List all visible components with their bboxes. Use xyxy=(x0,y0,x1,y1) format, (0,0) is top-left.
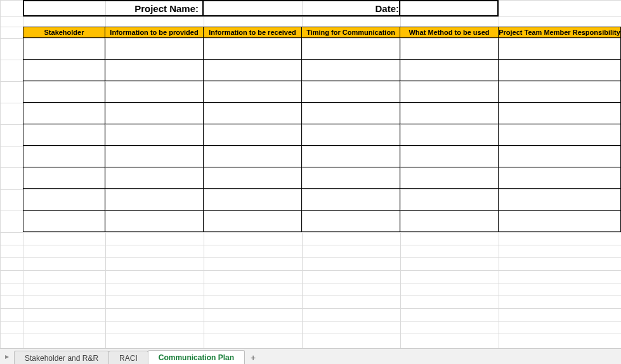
table-cell[interactable] xyxy=(499,189,621,211)
table-cell[interactable] xyxy=(105,167,204,189)
table-body xyxy=(0,38,621,232)
table-cell[interactable] xyxy=(204,38,302,60)
left-gap xyxy=(0,189,23,211)
table-cell[interactable] xyxy=(204,103,302,124)
table-cell[interactable] xyxy=(23,38,105,60)
table-cell[interactable] xyxy=(302,146,400,167)
table-cell[interactable] xyxy=(204,124,302,146)
worksheet-area[interactable]: Project Name: Date: Stakeholder Informat… xyxy=(0,0,621,364)
table-cell[interactable] xyxy=(204,146,302,167)
table-row xyxy=(0,146,621,167)
table-row xyxy=(0,60,621,81)
left-gap xyxy=(0,146,23,167)
table-cell[interactable] xyxy=(105,211,204,232)
table-row xyxy=(0,81,621,103)
col-header-stakeholder[interactable]: Stakeholder xyxy=(23,27,105,38)
project-name-label-cell[interactable]: Project Name: xyxy=(23,0,204,16)
table-cell[interactable] xyxy=(204,60,302,81)
table-cell[interactable] xyxy=(105,81,204,103)
add-sheet-button[interactable]: + xyxy=(244,350,262,364)
left-gap xyxy=(0,0,23,16)
left-gap xyxy=(0,60,23,81)
spacer-row xyxy=(0,16,621,27)
col-header-method[interactable]: What Method to be used xyxy=(400,27,499,38)
table-cell[interactable] xyxy=(499,211,621,232)
table-cell[interactable] xyxy=(204,211,302,232)
sheet-tabs: Stakeholder and R&RRACICommunication Pla… xyxy=(14,349,244,364)
table-cell[interactable] xyxy=(105,60,204,81)
table-row xyxy=(0,38,621,60)
table-cell[interactable] xyxy=(499,103,621,124)
sheet-content: Project Name: Date: Stakeholder Informat… xyxy=(0,0,621,232)
table-cell[interactable] xyxy=(23,167,105,189)
left-gap xyxy=(0,167,23,189)
sheet-tab[interactable]: RACI xyxy=(108,351,148,364)
date-label: Date: xyxy=(375,3,399,14)
table-cell[interactable] xyxy=(23,81,105,103)
sheet-tab-bar: ▸ Stakeholder and R&RRACICommunication P… xyxy=(0,348,621,364)
table-row xyxy=(0,124,621,146)
table-cell[interactable] xyxy=(499,146,621,167)
table-cell[interactable] xyxy=(400,124,499,146)
date-value-cell[interactable] xyxy=(400,0,499,16)
table-cell[interactable] xyxy=(105,38,204,60)
table-cell[interactable] xyxy=(302,103,400,124)
tab-nav-icon[interactable]: ▸ xyxy=(0,349,14,364)
table-row xyxy=(0,211,621,232)
spreadsheet-viewport: Project Name: Date: Stakeholder Informat… xyxy=(0,0,621,364)
table-cell[interactable] xyxy=(302,189,400,211)
table-cell[interactable] xyxy=(499,60,621,81)
left-gap xyxy=(0,27,23,38)
left-gap xyxy=(0,211,23,232)
table-cell[interactable] xyxy=(302,60,400,81)
table-cell[interactable] xyxy=(23,146,105,167)
table-cell[interactable] xyxy=(302,167,400,189)
table-cell[interactable] xyxy=(302,81,400,103)
table-cell[interactable] xyxy=(400,211,499,232)
col-header-responsibility[interactable]: Project Team Member Responsibility xyxy=(499,27,621,38)
sheet-tab[interactable]: Stakeholder and R&R xyxy=(14,351,109,364)
col-header-info-received[interactable]: Information to be received xyxy=(204,27,302,38)
table-cell[interactable] xyxy=(204,167,302,189)
table-cell[interactable] xyxy=(23,60,105,81)
table-header-row: Stakeholder Information to be provided I… xyxy=(0,27,621,38)
table-cell[interactable] xyxy=(400,146,499,167)
table-cell[interactable] xyxy=(302,211,400,232)
table-cell[interactable] xyxy=(400,38,499,60)
project-name-value-cell[interactable]: Date: xyxy=(204,0,400,16)
table-cell[interactable] xyxy=(204,189,302,211)
left-gap xyxy=(0,103,23,124)
table-cell[interactable] xyxy=(400,167,499,189)
table-cell[interactable] xyxy=(400,81,499,103)
table-cell[interactable] xyxy=(302,38,400,60)
table-row xyxy=(0,189,621,211)
table-cell[interactable] xyxy=(23,189,105,211)
table-cell[interactable] xyxy=(204,81,302,103)
table-cell[interactable] xyxy=(23,103,105,124)
table-cell[interactable] xyxy=(400,189,499,211)
title-row: Project Name: Date: xyxy=(0,0,621,16)
plus-icon: + xyxy=(251,353,256,363)
table-cell[interactable] xyxy=(400,103,499,124)
table-row xyxy=(0,167,621,189)
table-cell[interactable] xyxy=(499,167,621,189)
table-cell[interactable] xyxy=(23,211,105,232)
table-cell[interactable] xyxy=(400,60,499,81)
col-header-timing[interactable]: Timing for Communication xyxy=(302,27,400,38)
left-gap xyxy=(0,38,23,60)
sheet-tab[interactable]: Communication Plan xyxy=(148,350,245,364)
table-cell[interactable] xyxy=(105,103,204,124)
col-header-info-provided[interactable]: Information to be provided xyxy=(105,27,204,38)
table-cell[interactable] xyxy=(499,81,621,103)
table-cell[interactable] xyxy=(105,124,204,146)
table-cell[interactable] xyxy=(105,189,204,211)
table-row xyxy=(0,103,621,124)
left-gap xyxy=(0,81,23,103)
left-gap xyxy=(0,124,23,146)
table-cell[interactable] xyxy=(105,146,204,167)
table-cell[interactable] xyxy=(23,124,105,146)
table-cell[interactable] xyxy=(499,38,621,60)
table-cell[interactable] xyxy=(302,124,400,146)
table-cell[interactable] xyxy=(499,124,621,146)
